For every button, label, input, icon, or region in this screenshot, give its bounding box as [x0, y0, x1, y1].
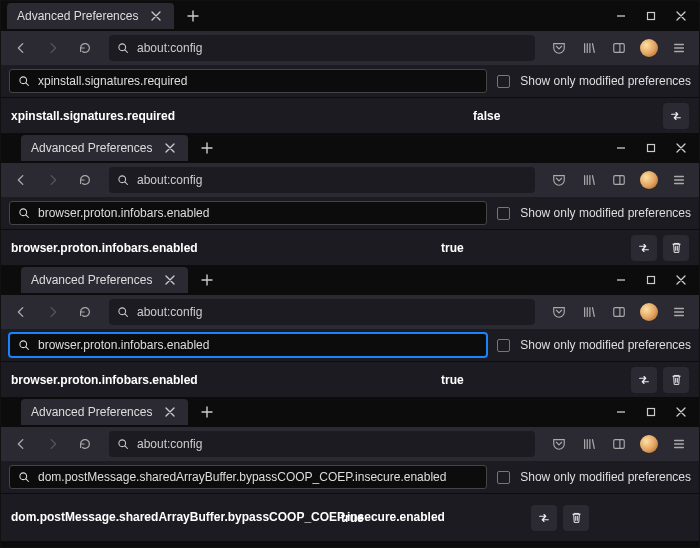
avatar	[640, 303, 658, 321]
url-text: about:config	[137, 437, 202, 451]
window-maximize[interactable]	[637, 136, 665, 160]
browser-tab[interactable]: Advanced Preferences	[21, 399, 188, 425]
url-bar[interactable]: about:config	[109, 167, 535, 193]
close-icon	[676, 275, 686, 285]
nav-toolbar: about:config	[1, 427, 699, 461]
window-maximize[interactable]	[637, 268, 665, 292]
tab-close-button[interactable]	[162, 404, 178, 420]
svg-rect-4	[648, 145, 655, 152]
window-close[interactable]	[667, 4, 695, 28]
library-button[interactable]	[575, 430, 603, 458]
menu-icon	[672, 173, 686, 187]
pref-search-value: browser.proton.infobars.enabled	[38, 206, 209, 220]
app-menu-button[interactable]	[665, 166, 693, 194]
window-minimize[interactable]	[607, 4, 635, 28]
reload-button[interactable]	[71, 34, 99, 62]
new-tab-button[interactable]	[194, 135, 220, 161]
app-menu-button[interactable]	[665, 430, 693, 458]
back-button[interactable]	[7, 298, 35, 326]
pocket-icon	[552, 173, 566, 187]
window-maximize[interactable]	[637, 400, 665, 424]
url-bar[interactable]: about:config	[109, 35, 535, 61]
sidebar-button[interactable]	[605, 166, 633, 194]
forward-button[interactable]	[39, 34, 67, 62]
pref-value: true	[441, 373, 631, 387]
profile-button[interactable]	[635, 430, 663, 458]
tab-strip: Advanced Preferences	[1, 133, 699, 163]
pref-search-bar: browser.proton.infobars.enabled Show onl…	[1, 329, 699, 361]
profile-button[interactable]	[635, 298, 663, 326]
window-close[interactable]	[667, 268, 695, 292]
show-modified-label: Show only modified preferences	[520, 206, 691, 220]
app-menu-button[interactable]	[665, 34, 693, 62]
back-button[interactable]	[7, 430, 35, 458]
close-icon	[676, 143, 686, 153]
pref-search-input[interactable]: browser.proton.infobars.enabled	[9, 333, 487, 357]
pref-name: xpinstall.signatures.required	[11, 109, 473, 123]
profile-button[interactable]	[635, 166, 663, 194]
reload-button[interactable]	[71, 430, 99, 458]
toggle-button[interactable]	[631, 235, 657, 261]
toggle-button[interactable]	[631, 367, 657, 393]
forward-button[interactable]	[39, 298, 67, 326]
back-button[interactable]	[7, 166, 35, 194]
reload-button[interactable]	[71, 298, 99, 326]
forward-button[interactable]	[39, 166, 67, 194]
new-tab-button[interactable]	[180, 3, 206, 29]
window-maximize[interactable]	[637, 4, 665, 28]
new-tab-button[interactable]	[194, 399, 220, 425]
back-button[interactable]	[7, 34, 35, 62]
show-modified-checkbox[interactable]	[497, 471, 510, 484]
forward-button[interactable]	[39, 430, 67, 458]
pocket-button[interactable]	[545, 298, 573, 326]
svg-rect-6	[614, 176, 625, 185]
tab-title: Advanced Preferences	[31, 405, 152, 419]
pref-search-input[interactable]: dom.postMessage.sharedArrayBuffer.bypass…	[9, 465, 487, 489]
pref-name: browser.proton.infobars.enabled	[11, 241, 441, 255]
show-modified-checkbox[interactable]	[497, 207, 510, 220]
url-bar[interactable]: about:config	[109, 431, 535, 457]
pref-search-input[interactable]: browser.proton.infobars.enabled	[9, 201, 487, 225]
sidebar-button[interactable]	[605, 298, 633, 326]
window-minimize[interactable]	[607, 268, 635, 292]
pocket-button[interactable]	[545, 166, 573, 194]
new-tab-button[interactable]	[194, 267, 220, 293]
browser-tab[interactable]: Advanced Preferences	[7, 3, 174, 29]
toggle-button[interactable]	[663, 103, 689, 129]
library-button[interactable]	[575, 34, 603, 62]
library-button[interactable]	[575, 298, 603, 326]
show-modified-checkbox[interactable]	[497, 339, 510, 352]
reset-button[interactable]	[663, 367, 689, 393]
sidebar-button[interactable]	[605, 34, 633, 62]
profile-button[interactable]	[635, 34, 663, 62]
pref-search-input[interactable]: xpinstall.signatures.required	[9, 69, 487, 93]
url-bar[interactable]: about:config	[109, 299, 535, 325]
library-icon	[582, 437, 596, 451]
browser-tab[interactable]: Advanced Preferences	[21, 267, 188, 293]
show-modified-checkbox[interactable]	[497, 75, 510, 88]
library-button[interactable]	[575, 166, 603, 194]
app-menu-button[interactable]	[665, 298, 693, 326]
sidebar-button[interactable]	[605, 430, 633, 458]
window-minimize[interactable]	[607, 136, 635, 160]
window-close[interactable]	[667, 400, 695, 424]
reload-button[interactable]	[71, 166, 99, 194]
sidebar-icon	[612, 173, 626, 187]
pref-search-bar: dom.postMessage.sharedArrayBuffer.bypass…	[1, 461, 699, 493]
tab-strip: Advanced Preferences	[1, 1, 699, 31]
svg-rect-2	[614, 44, 625, 53]
library-icon	[582, 305, 596, 319]
browser-tab[interactable]: Advanced Preferences	[21, 135, 188, 161]
toggle-button[interactable]	[531, 505, 557, 531]
trash-icon	[670, 373, 683, 386]
pocket-button[interactable]	[545, 430, 573, 458]
pocket-button[interactable]	[545, 34, 573, 62]
reset-button[interactable]	[563, 505, 589, 531]
reset-button[interactable]	[663, 235, 689, 261]
tab-close-button[interactable]	[162, 272, 178, 288]
back-icon	[14, 173, 28, 187]
window-minimize[interactable]	[607, 400, 635, 424]
window-close[interactable]	[667, 136, 695, 160]
tab-close-button[interactable]	[162, 140, 178, 156]
tab-close-button[interactable]	[148, 8, 164, 24]
